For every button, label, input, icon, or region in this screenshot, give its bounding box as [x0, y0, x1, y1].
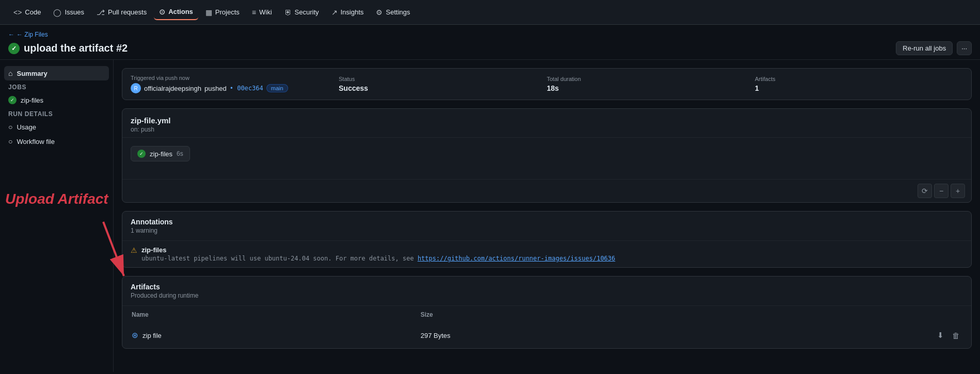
- workflow-controls: ⟳ − +: [122, 179, 971, 202]
- nav-actions[interactable]: ⊙ Actions: [154, 5, 198, 20]
- table-row: ⊛ zip file 297 Bytes ⬇ 🗑: [123, 323, 970, 347]
- nav-security[interactable]: ⛨ Security: [279, 5, 324, 20]
- annotations-header: Annotations 1 warning: [122, 212, 971, 241]
- nav-issues[interactable]: ◯ Issues: [48, 5, 89, 20]
- sidebar-jobs-label: Jobs: [4, 80, 109, 93]
- status-label: Status: [339, 76, 547, 82]
- settings-icon: ⚙: [376, 8, 383, 17]
- annotations-card: Annotations 1 warning ⚠ zip-files ubuntu…: [122, 211, 972, 268]
- nav-settings[interactable]: ⚙ Settings: [371, 5, 415, 20]
- duration-value: 18s: [547, 84, 755, 92]
- home-icon: ⌂: [8, 69, 12, 77]
- artifacts-tbody: ⊛ zip file 297 Bytes ⬇ 🗑: [123, 323, 970, 347]
- insights-icon: ↗: [331, 8, 338, 17]
- user-name: officialrajdeepsingh: [144, 85, 201, 92]
- back-arrow-icon: ←: [8, 31, 14, 38]
- annotations-subtitle: 1 warning: [131, 227, 963, 234]
- workflow-title: zip-file.yml: [131, 116, 963, 125]
- zoom-minus-button[interactable]: −: [934, 184, 949, 198]
- artifacts-label: Artifacts: [755, 76, 963, 82]
- file-icon: ○: [8, 137, 12, 145]
- actions-icon: ⊙: [159, 8, 165, 16]
- annotation-link[interactable]: https://github.com/actions/runner-images…: [418, 255, 615, 262]
- sidebar-item-usage[interactable]: ○ Usage: [4, 120, 109, 134]
- warning-icon: ⚠: [131, 246, 137, 254]
- success-check-icon: ✓: [8, 43, 20, 54]
- col-name: Name: [123, 307, 412, 322]
- job-success-icon: ✓: [8, 96, 17, 104]
- sidebar-item-zip-files[interactable]: ✓ zip-files: [4, 93, 109, 107]
- nav-code[interactable]: <> Code: [8, 5, 46, 20]
- commit-hash[interactable]: • 00ec364: [230, 85, 263, 92]
- artifacts-header: Artifacts Produced during runtime: [122, 277, 971, 306]
- artifact-actions-cell: ⬇ 🗑: [701, 323, 970, 347]
- artifacts-card: Artifacts Produced during runtime Name S…: [122, 276, 972, 349]
- artifacts-thead: Name Size: [123, 307, 970, 322]
- annotation-content: zip-files ubuntu-latest pipelines will u…: [141, 246, 615, 262]
- sidebar-item-workflow-file[interactable]: ○ Workflow file: [4, 134, 109, 149]
- job-duration: 6s: [177, 150, 183, 157]
- annotation-row: ⚠ zip-files ubuntu-latest pipelines will…: [122, 241, 971, 267]
- artifacts-col: Artifacts 1: [755, 76, 963, 92]
- artifacts-table: Name Size ⊛ zip file 297 Bytes: [122, 306, 971, 348]
- col-size: Size: [413, 307, 700, 322]
- artifact-name: zip file: [143, 332, 162, 339]
- delete-artifact-button[interactable]: 🗑: [950, 329, 962, 342]
- status-bar: Triggered via push now R officialrajdeep…: [122, 69, 971, 100]
- workflow-card: zip-file.yml on: push ✓ zip-files 6s ⟳ −…: [122, 108, 972, 203]
- artifacts-count: 1: [755, 84, 963, 92]
- issues-icon: ◯: [53, 8, 61, 17]
- sidebar-run-details-label: Run details: [4, 107, 109, 120]
- more-options-button[interactable]: ···: [957, 41, 972, 55]
- back-link[interactable]: ← ← Zip Files: [8, 31, 972, 38]
- zoom-out-button[interactable]: ⟳: [918, 184, 932, 198]
- annotation-job: zip-files: [141, 246, 615, 254]
- nav-pull-requests[interactable]: ⎇ Pull requests: [91, 5, 152, 20]
- nav-wiki[interactable]: ≡ Wiki: [247, 5, 277, 20]
- top-nav: <> Code ◯ Issues ⎇ Pull requests ⊙ Actio…: [0, 0, 980, 25]
- workflow-body: ✓ zip-files 6s: [122, 138, 971, 179]
- duration-col: Total duration 18s: [547, 76, 755, 92]
- rerun-all-jobs-button[interactable]: Re-run all jobs: [896, 41, 953, 55]
- page-title: upload the artifact #2: [24, 42, 128, 54]
- job-check-icon: ✓: [137, 150, 146, 158]
- nav-insights[interactable]: ↗ Insights: [326, 5, 369, 20]
- pr-icon: ⎇: [97, 8, 105, 17]
- sidebar: ⌂ Summary Jobs ✓ zip-files Run details ○…: [0, 60, 114, 372]
- sidebar-item-summary[interactable]: ⌂ Summary: [4, 66, 109, 80]
- trigger-col: Triggered via push now R officialrajdeep…: [131, 75, 339, 93]
- status-card: Triggered via push now R officialrajdeep…: [122, 68, 972, 100]
- security-icon: ⛨: [284, 8, 292, 17]
- page-title-row: ✓ upload the artifact #2 Re-run all jobs…: [8, 41, 972, 55]
- artifact-size-cell: 297 Bytes: [413, 323, 700, 347]
- projects-icon: ▦: [206, 8, 212, 17]
- artifacts-subtitle: Produced during runtime: [131, 292, 963, 299]
- zoom-plus-button[interactable]: +: [951, 184, 965, 198]
- code-icon: <>: [13, 8, 22, 17]
- status-value: Success: [339, 84, 547, 92]
- artifacts-header-row: Name Size: [123, 307, 970, 322]
- pushed-label: pushed: [204, 85, 227, 92]
- trigger-label: Triggered via push now: [131, 75, 339, 81]
- main-layout: ⌂ Summary Jobs ✓ zip-files Run details ○…: [0, 60, 980, 372]
- duration-label: Total duration: [547, 76, 755, 82]
- nav-projects[interactable]: ▦ Projects: [200, 5, 245, 20]
- zip-icon: ⊛: [132, 331, 138, 340]
- status-col: Status Success: [339, 76, 547, 92]
- annotation-message: ubuntu-latest pipelines will use ubuntu-…: [141, 255, 615, 262]
- artifact-name-cell: ⊛ zip file: [123, 323, 412, 347]
- wiki-icon: ≡: [252, 8, 256, 17]
- page-title-actions: Re-run all jobs ···: [896, 41, 972, 55]
- job-pill[interactable]: ✓ zip-files 6s: [131, 146, 190, 161]
- download-artifact-button[interactable]: ⬇: [935, 329, 946, 342]
- clock-icon: ○: [8, 123, 12, 131]
- workflow-header: zip-file.yml on: push: [122, 109, 971, 138]
- artifacts-title: Artifacts: [131, 283, 963, 291]
- branch-badge[interactable]: main: [266, 84, 288, 92]
- main-content: Triggered via push now R officialrajdeep…: [114, 60, 980, 372]
- trigger-value: R officialrajdeepsingh pushed • 00ec364 …: [131, 83, 339, 93]
- col-actions: [701, 307, 970, 322]
- avatar: R: [131, 83, 141, 93]
- job-name: zip-files: [150, 150, 172, 158]
- annotations-title: Annotations: [131, 218, 963, 226]
